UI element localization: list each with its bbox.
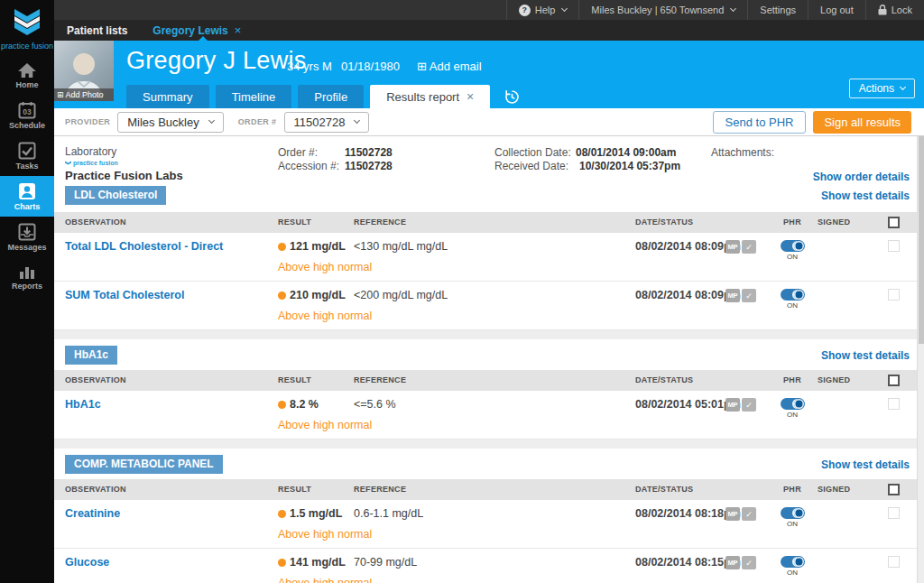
observation-link[interactable]: SUM Total Cholesterol [65, 289, 184, 301]
chevron-down-icon [208, 117, 215, 124]
settings-button[interactable]: Settings [747, 0, 808, 20]
result-line: 210 mg/dL [278, 289, 354, 301]
mp-button[interactable]: MP [725, 556, 740, 569]
attachments-label: Attachments: [711, 146, 774, 159]
phr-toggle[interactable] [781, 398, 805, 410]
sidebar-item-tasks[interactable]: Tasks [0, 135, 54, 176]
sidebar-item-label: Home [0, 80, 54, 89]
select-all-checkbox[interactable] [888, 484, 900, 495]
show-order-details-link[interactable]: Show order details [813, 171, 910, 183]
tab-timeline[interactable]: Timeline [216, 85, 292, 108]
tab-results-report[interactable]: Results report × [370, 85, 490, 108]
phr-toggle-knob [794, 508, 804, 518]
patient-tab-label: Gregory Lewis [152, 24, 227, 37]
ack-check-button[interactable]: ✓ [742, 289, 756, 302]
add-email-button[interactable]: ⊞ Add email [417, 60, 482, 73]
ack-check-button[interactable]: ✓ [742, 398, 756, 412]
reference-range: 0.6-1.1 mg/dL [354, 507, 635, 520]
select-cell [877, 507, 910, 522]
tab-profile[interactable]: Profile [298, 85, 364, 108]
mp-button[interactable]: MP [725, 240, 740, 254]
observation-link[interactable]: Total LDL Cholesterol - Direct [65, 240, 223, 253]
practice-fusion-logo-icon [11, 7, 43, 36]
phr-toggle[interactable] [781, 289, 805, 301]
ack-check-button[interactable]: ✓ [742, 556, 756, 569]
phr-cell: ON [767, 289, 818, 310]
sidebar-item-reports[interactable]: Reports [0, 257, 54, 296]
results-content: Laboratory practice fusion Practice Fusi… [54, 136, 924, 583]
show-test-details-link[interactable]: Show test details [821, 458, 910, 471]
actions-button[interactable]: Actions [849, 79, 915, 98]
close-patient-tab-icon[interactable]: × [235, 23, 242, 37]
phr-state-label: ON [787, 411, 798, 419]
phr-state-label: ON [787, 301, 798, 310]
select-all-checkbox[interactable] [888, 217, 900, 228]
send-to-phr-button[interactable]: Send to PHR [713, 111, 807, 134]
received-date-label: Received Date: [494, 160, 568, 172]
row-checkbox[interactable] [888, 289, 900, 301]
result-date-status: 08/02/2014 05:01pm [635, 398, 725, 411]
ack-check-button[interactable]: ✓ [742, 507, 756, 521]
select-all-checkbox[interactable] [888, 375, 900, 386]
lock-button[interactable]: Lock [865, 0, 924, 20]
help-menu[interactable]: ? Help [506, 0, 579, 20]
show-test-details-link[interactable]: Show test details [821, 190, 910, 202]
chevron-down-icon [561, 5, 568, 12]
mp-button[interactable]: MP [725, 398, 740, 412]
row-checkbox[interactable] [888, 507, 900, 519]
scrollbar-thumb[interactable] [919, 136, 924, 344]
calendar-icon: 03 [18, 101, 36, 119]
order-number-select[interactable]: 11502728 [284, 112, 370, 133]
accession-number-label: Accession #: [278, 160, 339, 172]
section-rows: HbA1c 8.2 % Above high normal <=5.6 % 08… [54, 391, 924, 440]
phr-toggle[interactable] [781, 507, 805, 519]
practice-fusion-logo[interactable]: practice fusion [0, 0, 54, 56]
observation-link[interactable]: Glucose [65, 556, 109, 569]
history-button[interactable] [496, 85, 528, 108]
tab-patient-lists[interactable]: Patient lists [54, 24, 140, 37]
sidebar-item-charts[interactable]: Charts [0, 176, 54, 217]
sidebar-item-schedule[interactable]: 03 Schedule [0, 95, 54, 135]
sidebar-item-messages[interactable]: Messages [0, 217, 54, 257]
phr-toggle[interactable] [781, 556, 805, 568]
chevron-down-icon [900, 84, 906, 90]
row-checkbox[interactable] [888, 556, 900, 568]
patient-chart-icon [18, 182, 36, 200]
select-cell [877, 556, 910, 570]
lock-label: Lock [892, 5, 912, 15]
column-header-phr: PHR [767, 374, 818, 387]
result-cell: 121 mg/dL Above high normal [278, 240, 354, 273]
mp-button[interactable]: MP [725, 289, 740, 302]
provider-select[interactable]: Miles Buckley [117, 112, 223, 133]
add-photo-button[interactable]: ⊞ Add Photo [54, 88, 114, 101]
tab-summary[interactable]: Summary [126, 85, 209, 108]
sidebar-item-label: Messages [0, 243, 54, 252]
sign-all-results-button[interactable]: Sign all results [813, 111, 911, 134]
mp-button[interactable]: MP [725, 507, 740, 521]
show-test-details-link[interactable]: Show test details [821, 349, 910, 362]
observation-link[interactable]: HbA1c [65, 398, 101, 411]
column-header-select [877, 216, 910, 229]
close-results-tab-icon[interactable]: × [467, 89, 474, 104]
row-checkbox[interactable] [888, 398, 900, 410]
result-date-status: 08/02/2014 08:09pm [635, 240, 725, 253]
user-location-menu[interactable]: Miles Buckley | 650 Townsend [578, 0, 747, 20]
chart-tabs: Summary Timeline Profile Results report … [126, 85, 528, 108]
row-checkbox[interactable] [888, 240, 900, 252]
patient-photo[interactable]: ⊞ Add Photo [54, 41, 114, 101]
phr-toggle[interactable] [781, 240, 805, 252]
sidebar-item-label: Reports [0, 282, 54, 291]
sections-container: OBSERVATION RESULT REFERENCE DATE/STATUS… [54, 212, 924, 583]
phr-state-label: ON [787, 253, 798, 261]
result-line: 121 mg/dL [278, 240, 354, 253]
tab-active-patient[interactable]: Gregory Lewis × [140, 23, 254, 37]
help-icon: ? [519, 5, 531, 16]
add-photo-label: Add Photo [66, 90, 104, 99]
observation-link[interactable]: Creatinine [65, 507, 120, 520]
ack-check-button[interactable]: ✓ [742, 240, 756, 254]
help-label: Help [535, 5, 556, 15]
vertical-scrollbar[interactable] [917, 136, 924, 583]
sidebar-item-home[interactable]: Home [0, 56, 54, 95]
top-bar: ? Help Miles Buckley | 650 Townsend Sett… [0, 0, 924, 20]
logout-button[interactable]: Log out [808, 0, 865, 20]
